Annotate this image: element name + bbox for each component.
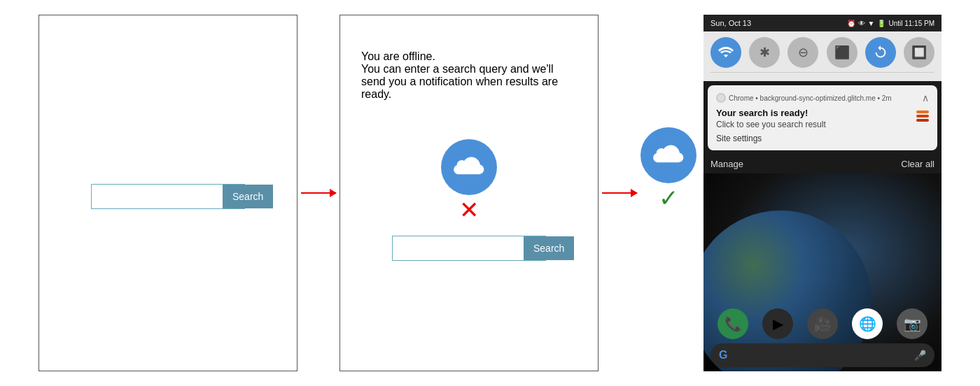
- arrow-1: [301, 192, 336, 194]
- wallpaper-area: 📞 ▶ 🎥 🌐 📷 G 🎤: [704, 173, 941, 371]
- google-logo: G: [719, 349, 727, 362]
- quick-icons-row: ✱ ⊖ ⬛ 🔲: [710, 37, 934, 68]
- panel-1-frame: Search: [38, 15, 298, 371]
- notif-title: Your search is ready!: [716, 108, 826, 118]
- status-icons: ⏰ 👁 ▼ 🔋 Until 11:15 PM: [847, 20, 935, 27]
- phone-dock-icon[interactable]: 📞: [718, 308, 748, 339]
- alarm-icon: ⏰: [847, 20, 855, 27]
- wifi-quick-icon[interactable]: [710, 37, 741, 68]
- panel-2-content: You are offline. You can enter a search …: [340, 15, 598, 371]
- panel-2-bottom: ✕ Search: [392, 139, 546, 261]
- cloud-circle-online: [640, 127, 696, 183]
- svg-point-0: [718, 94, 724, 101]
- android-panel: Sun, Oct 13 ⏰ 👁 ▼ 🔋 Until 11:15 PM ✱ ⊖: [704, 15, 941, 371]
- video-dock-icon[interactable]: 🎥: [807, 308, 838, 339]
- cloud-circle-offline: [441, 139, 497, 195]
- cloud-svg-online: [650, 141, 687, 169]
- main-container: Search You are offline. You can enter a …: [0, 0, 980, 386]
- eye-icon: 👁: [858, 20, 865, 27]
- status-date: Sun, Oct 13: [710, 19, 751, 27]
- offline-text-block: You are offline. You can enter a search …: [361, 50, 577, 101]
- search-bar-2: Search: [392, 236, 546, 261]
- play-dock-icon[interactable]: ▶: [762, 308, 793, 339]
- dock-row: 📞 ▶ 🎥 🌐 📷: [704, 304, 941, 343]
- google-search-bar[interactable]: G 🎤: [710, 343, 934, 367]
- notif-header: Chrome • background-sync-optimized.glitc…: [716, 92, 929, 103]
- search-input-2[interactable]: [393, 236, 524, 260]
- cloud-svg-offline: [451, 153, 487, 181]
- flashlight-quick-icon[interactable]: ⬛: [827, 37, 858, 68]
- notif-source: Chrome • background-sync-optimized.glitc…: [729, 94, 892, 102]
- search-input-1[interactable]: [92, 185, 223, 208]
- chrome-icon: [716, 93, 726, 103]
- search-button-1[interactable]: Search: [223, 185, 273, 208]
- clear-all-button[interactable]: Clear all: [901, 159, 934, 169]
- notif-subtitle: Click to see you search result: [716, 120, 826, 129]
- arrow-1-line: [301, 192, 336, 194]
- cloud-check-outer: ✓: [640, 15, 696, 371]
- camera-dock-icon[interactable]: 📷: [897, 308, 927, 339]
- online-check-mark: ✓: [659, 186, 678, 210]
- site-settings-link[interactable]: Site settings: [716, 134, 929, 143]
- quick-settings-divider: [710, 72, 934, 73]
- wifi-status-icon: ▼: [868, 20, 875, 27]
- notif-body: Your search is ready! Click to see you s…: [716, 108, 826, 129]
- battery-time: Until 11:15 PM: [888, 20, 934, 27]
- bluetooth-quick-icon[interactable]: ✱: [749, 37, 780, 68]
- google-mic-icon[interactable]: 🎤: [914, 350, 926, 361]
- manage-button[interactable]: Manage: [710, 159, 743, 169]
- battery-saver-quick-icon[interactable]: 🔲: [904, 37, 934, 68]
- quick-settings: ✱ ⊖ ⬛ 🔲: [704, 31, 941, 81]
- arrow-1-container: [298, 15, 340, 371]
- notif-app-icon: [916, 110, 929, 122]
- cloud-icon-online: ✓: [640, 127, 696, 210]
- battery-icon: 🔋: [877, 20, 886, 27]
- search-button-2[interactable]: Search: [524, 236, 574, 260]
- offline-line1: You are offline.: [361, 50, 577, 63]
- panel-2-frame: You are offline. You can enter a search …: [340, 15, 598, 371]
- sync-quick-icon[interactable]: [865, 37, 896, 68]
- offline-x-mark: ✕: [459, 198, 479, 222]
- notif-collapse-icon[interactable]: ∧: [922, 92, 929, 103]
- arrow-2-container: [598, 15, 640, 371]
- status-bar: Sun, Oct 13 ⏰ 👁 ▼ 🔋 Until 11:15 PM: [704, 15, 941, 31]
- panel-3-outer: ✓ Sun, Oct 13 ⏰ 👁 ▼ 🔋 Until 11:15 PM: [640, 15, 941, 371]
- search-bar-1: Search: [91, 184, 245, 209]
- cloud-icon-offline: ✕: [441, 139, 497, 222]
- dnd-quick-icon[interactable]: ⊖: [788, 37, 818, 68]
- offline-line2: You can enter a search query and we'll s…: [361, 63, 577, 101]
- notif-header-left: Chrome • background-sync-optimized.glitc…: [716, 93, 892, 103]
- notification-card[interactable]: Chrome • background-sync-optimized.glitc…: [708, 85, 937, 150]
- arrow-2-line: [602, 192, 637, 194]
- manage-bar: Manage Clear all: [704, 155, 941, 173]
- chrome-dock-icon[interactable]: 🌐: [852, 308, 883, 339]
- arrow-2: [602, 192, 637, 194]
